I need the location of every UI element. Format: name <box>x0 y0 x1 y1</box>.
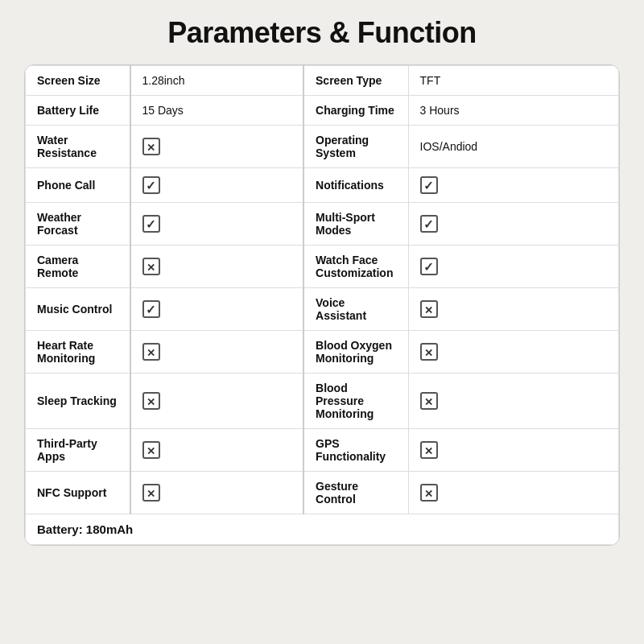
right-value-6 <box>408 288 618 331</box>
footer-row: Battery: 180mAh <box>26 514 619 545</box>
check-no-icon <box>420 300 438 318</box>
right-label-4: Multi-Sport Modes <box>303 203 408 246</box>
check-no-icon <box>420 343 438 361</box>
left-value-9 <box>130 429 304 472</box>
table-row: Camera RemoteWatch Face Customization <box>26 246 619 288</box>
check-no-icon <box>420 441 438 459</box>
right-value-7 <box>408 331 618 374</box>
check-no-icon <box>142 392 160 410</box>
table-row: Third-Party AppsGPS Functionality <box>26 429 619 472</box>
left-label-7: Heart Rate Monitoring <box>26 331 130 374</box>
right-label-2: Operating System <box>303 126 408 168</box>
table-row: Screen Size1.28inchScreen TypeTFT <box>26 66 619 96</box>
check-no-icon <box>142 343 160 361</box>
table-row: Heart Rate MonitoringBlood Oxygen Monito… <box>26 331 619 374</box>
left-value-6 <box>130 288 304 331</box>
table-row: Battery Life15 DaysCharging Time3 Hours <box>26 96 619 126</box>
left-value-2 <box>130 126 304 168</box>
page: Parameters & Function Screen Size1.28inc… <box>0 0 644 644</box>
right-value-5 <box>408 246 618 288</box>
left-label-2: Water Resistance <box>26 126 130 168</box>
table-container: Screen Size1.28inchScreen TypeTFTBattery… <box>24 64 620 546</box>
table-row: Water ResistanceOperating SystemIOS/Andi… <box>26 126 619 168</box>
right-label-3: Notifications <box>303 168 408 203</box>
check-no-icon <box>420 484 438 502</box>
page-title: Parameters & Function <box>24 16 620 50</box>
table-row: Music ControlVoice Assistant <box>26 288 619 331</box>
left-label-0: Screen Size <box>26 66 130 96</box>
check-yes-icon <box>420 215 438 233</box>
check-yes-icon <box>142 300 160 318</box>
check-no-icon <box>142 258 160 275</box>
left-label-10: NFC Support <box>26 472 130 514</box>
left-label-5: Camera Remote <box>26 246 130 288</box>
check-yes-icon <box>142 176 160 194</box>
left-value-1: 15 Days <box>130 96 304 126</box>
right-value-8 <box>408 374 618 429</box>
check-no-icon <box>142 441 160 459</box>
right-label-7: Blood Oxygen Monitoring <box>303 331 408 374</box>
right-value-10 <box>408 472 618 514</box>
footer-text: Battery: 180mAh <box>26 514 619 545</box>
left-label-4: Weather Forcast <box>26 203 130 246</box>
table-row: Weather ForcastMulti-Sport Modes <box>26 203 619 246</box>
right-value-3 <box>408 168 618 203</box>
right-value-4 <box>408 203 618 246</box>
right-label-10: Gesture Control <box>303 472 408 514</box>
check-yes-icon <box>142 215 160 233</box>
left-value-5 <box>130 246 304 288</box>
check-yes-icon <box>420 258 438 275</box>
right-value-2: IOS/Andiod <box>408 126 618 168</box>
right-label-5: Watch Face Customization <box>303 246 408 288</box>
table-row: NFC SupportGesture Control <box>26 472 619 514</box>
left-value-8 <box>130 374 304 429</box>
left-value-4 <box>130 203 304 246</box>
right-value-1: 3 Hours <box>408 96 618 126</box>
left-value-7 <box>130 331 304 374</box>
right-label-9: GPS Functionality <box>303 429 408 472</box>
right-label-8: Blood Pressure Monitoring <box>303 374 408 429</box>
check-yes-icon <box>420 176 438 194</box>
left-value-0: 1.28inch <box>130 66 304 96</box>
left-label-9: Third-Party Apps <box>26 429 130 472</box>
left-label-8: Sleep Tracking <box>26 374 130 429</box>
right-value-9 <box>408 429 618 472</box>
check-no-icon <box>420 392 438 410</box>
table-row: Sleep TrackingBlood Pressure Monitoring <box>26 374 619 429</box>
left-label-3: Phone Call <box>26 168 130 203</box>
right-label-6: Voice Assistant <box>303 288 408 331</box>
check-no-icon <box>142 138 160 155</box>
left-value-10 <box>130 472 304 514</box>
params-table: Screen Size1.28inchScreen TypeTFTBattery… <box>25 65 619 545</box>
check-no-icon <box>142 484 160 502</box>
left-value-3 <box>130 168 304 203</box>
left-label-1: Battery Life <box>26 96 130 126</box>
right-value-0: TFT <box>408 66 618 96</box>
table-row: Phone CallNotifications <box>26 168 619 203</box>
right-label-1: Charging Time <box>303 96 408 126</box>
left-label-6: Music Control <box>26 288 130 331</box>
right-label-0: Screen Type <box>303 66 408 96</box>
